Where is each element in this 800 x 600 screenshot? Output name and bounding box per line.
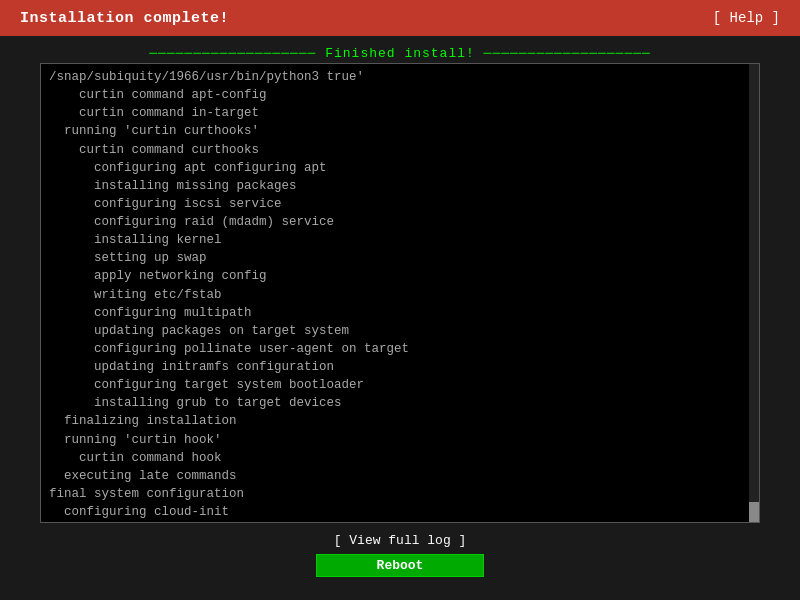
log-line: updating packages on target system <box>49 322 751 340</box>
header-bar: Installation complete! [ Help ] <box>0 0 800 36</box>
log-title: ─────────────────── Finished install! ──… <box>40 46 760 61</box>
help-button[interactable]: [ Help ] <box>713 10 780 26</box>
log-line: running 'curtin hook' <box>49 431 751 449</box>
log-line: apply networking config <box>49 267 751 285</box>
log-lines: /snap/subiquity/1966/usr/bin/python3 tru… <box>49 68 751 523</box>
scrollbar-thumb[interactable] <box>749 502 759 522</box>
log-line: curtin command apt-config <box>49 86 751 104</box>
log-line: curtin command hook <box>49 449 751 467</box>
reboot-button[interactable]: Reboot <box>316 554 485 577</box>
header-title: Installation complete! <box>20 10 229 27</box>
log-line: updating initramfs configuration <box>49 358 751 376</box>
log-line: executing late commands <box>49 467 751 485</box>
bottom-buttons: [ View full log ] Reboot <box>316 531 485 577</box>
main-content: ─────────────────── Finished install! ──… <box>0 36 800 600</box>
log-line: curtin command in-target <box>49 104 751 122</box>
log-line: configuring apt configuring apt <box>49 159 751 177</box>
log-line: configuring raid (mdadm) service <box>49 213 751 231</box>
log-line: curtin command curthooks <box>49 141 751 159</box>
log-line: configuring target system bootloader <box>49 376 751 394</box>
log-line: setting up swap <box>49 249 751 267</box>
log-line: configuring iscsi service <box>49 195 751 213</box>
log-line: configuring multipath <box>49 304 751 322</box>
scrollbar[interactable] <box>749 64 759 522</box>
view-full-log-button[interactable]: [ View full log ] <box>324 531 477 550</box>
log-line: configuring cloud-init <box>49 503 751 521</box>
log-line: finalizing installation <box>49 412 751 430</box>
log-line: installing missing packages <box>49 177 751 195</box>
log-container-wrapper: ─────────────────── Finished install! ──… <box>40 46 760 523</box>
log-line: final system configuration <box>49 485 751 503</box>
log-line: configuring pollinate user-agent on targ… <box>49 340 751 358</box>
log-line: writing etc/fstab <box>49 286 751 304</box>
log-line: installing grub to target devices <box>49 394 751 412</box>
log-line: installing openssh-server <box>49 521 751 523</box>
log-line: running 'curtin curthooks' <box>49 122 751 140</box>
log-line: installing kernel <box>49 231 751 249</box>
log-line: /snap/subiquity/1966/usr/bin/python3 tru… <box>49 68 751 86</box>
log-box: /snap/subiquity/1966/usr/bin/python3 tru… <box>40 63 760 523</box>
